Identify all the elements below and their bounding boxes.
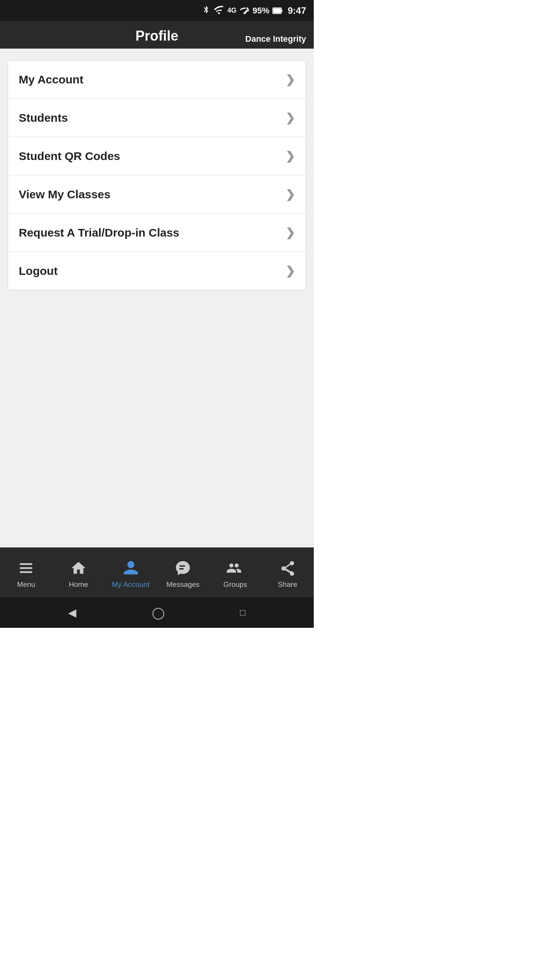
studio-name: Dance Integrity (245, 34, 306, 44)
home-button[interactable]: ◯ (152, 606, 165, 619)
menu-item-student-qr-codes[interactable]: Student QR Codes ❯ (8, 137, 306, 175)
nav-label-my-account: My Account (112, 580, 150, 589)
time-display: 9:47 (288, 5, 306, 16)
menu-item-my-account[interactable]: My Account ❯ (8, 60, 306, 99)
nav-item-groups[interactable]: Groups (216, 558, 254, 589)
battery-percent: 95% (253, 6, 269, 16)
recents-button[interactable]: □ (240, 607, 246, 618)
nav-item-menu[interactable]: Menu (7, 558, 45, 589)
nav-icon-my-account (121, 558, 141, 578)
chevron-icon-student-qr-codes: ❯ (285, 149, 295, 163)
nav-item-home[interactable]: Home (59, 558, 98, 589)
chevron-icon-view-my-classes: ❯ (285, 188, 295, 201)
profile-menu-list: My Account ❯ Students ❯ Student QR Codes… (8, 60, 306, 290)
nav-icon-groups (225, 558, 245, 578)
nav-item-share[interactable]: Share (269, 558, 307, 589)
nav-icon-messages (173, 558, 193, 578)
back-button[interactable]: ◀ (68, 606, 77, 619)
bottom-navigation: MenuHomeMy AccountMessagesGroupsShare (0, 547, 314, 597)
status-icons: 4G 95% 9:47 (202, 5, 306, 16)
signal-icon (240, 6, 249, 16)
menu-item-label-logout: Logout (19, 265, 58, 278)
nav-icon-home (68, 558, 88, 578)
menu-item-request-trial[interactable]: Request A Trial/Drop-in Class ❯ (8, 214, 306, 252)
menu-item-view-my-classes[interactable]: View My Classes ❯ (8, 175, 306, 214)
nav-icon-menu (16, 558, 36, 578)
nav-label-share: Share (278, 580, 297, 589)
system-navigation: ◀ ◯ □ (0, 597, 314, 628)
svg-rect-1 (281, 10, 282, 12)
nav-icon-share (278, 558, 298, 578)
nav-label-messages: Messages (166, 580, 200, 589)
nav-label-home: Home (69, 580, 88, 589)
svg-rect-5 (20, 571, 33, 573)
menu-item-label-my-account: My Account (19, 73, 83, 86)
nav-label-menu: Menu (17, 580, 36, 589)
menu-item-label-request-trial: Request A Trial/Drop-in Class (19, 226, 179, 239)
chevron-icon-logout: ❯ (285, 264, 295, 278)
chevron-icon-students: ❯ (285, 111, 295, 124)
menu-item-label-student-qr-codes: Student QR Codes (19, 150, 120, 163)
bluetooth-icon (202, 5, 210, 16)
wifi-icon (214, 5, 224, 16)
chevron-icon-request-trial: ❯ (285, 226, 295, 239)
main-content: My Account ❯ Students ❯ Student QR Codes… (0, 49, 314, 547)
network-label: 4G (227, 7, 236, 15)
battery-icon (272, 7, 283, 15)
app-header: Profile Dance Integrity (0, 21, 314, 49)
svg-rect-2 (273, 8, 281, 13)
svg-rect-3 (20, 563, 33, 565)
nav-item-my-account[interactable]: My Account (112, 558, 150, 589)
menu-item-label-students: Students (19, 111, 68, 124)
menu-item-students[interactable]: Students ❯ (8, 99, 306, 137)
menu-item-label-view-my-classes: View My Classes (19, 188, 111, 201)
menu-item-logout[interactable]: Logout ❯ (8, 252, 306, 290)
svg-rect-4 (20, 567, 33, 569)
nav-item-messages[interactable]: Messages (164, 558, 202, 589)
page-title: Profile (135, 28, 178, 44)
nav-label-groups: Groups (223, 580, 247, 589)
chevron-icon-my-account: ❯ (285, 73, 295, 86)
status-bar: 4G 95% 9:47 (0, 0, 314, 21)
